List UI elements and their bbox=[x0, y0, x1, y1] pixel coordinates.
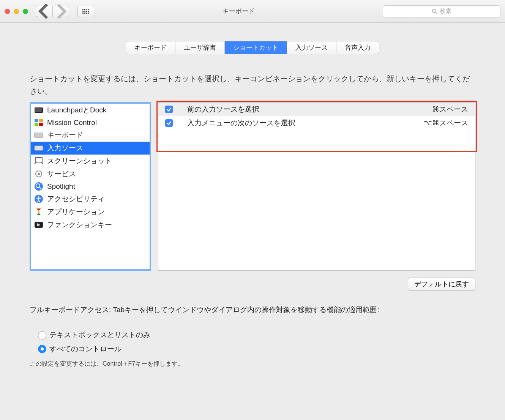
shortcut-list[interactable]: 前の入力ソースを選択 ⌘スペース 入力メニューの次のソースを選択 ⌥⌘スペース bbox=[158, 102, 475, 271]
check-icon bbox=[166, 107, 172, 112]
category-label: キーボード bbox=[47, 130, 83, 140]
keyboard-icon bbox=[34, 144, 43, 153]
traffic-lights bbox=[5, 9, 28, 14]
category-label: LaunchpadとDock bbox=[47, 105, 106, 115]
instruction-text: ショートカットを変更するには、ショートカットを選択し、キーコンビネーションをクリ… bbox=[30, 73, 475, 98]
radio-all-controls[interactable]: すべてのコントロール bbox=[38, 343, 475, 355]
radio-button[interactable] bbox=[38, 345, 46, 353]
full-keyboard-access-label: フルキーボードアクセス: Tabキーを押してウインドウやダイアログ内の操作対象を… bbox=[30, 304, 475, 316]
radio-label: すべてのコントロール bbox=[49, 343, 122, 355]
category-label: サービス bbox=[47, 169, 76, 179]
category-screenshots[interactable]: スクリーンショット bbox=[31, 155, 150, 167]
grid-icon bbox=[82, 9, 89, 14]
category-services[interactable]: サービス bbox=[31, 167, 150, 180]
svg-point-17 bbox=[38, 196, 39, 198]
chevron-right-icon bbox=[53, 3, 69, 19]
screenshot-icon bbox=[34, 156, 43, 166]
show-all-button[interactable] bbox=[77, 6, 94, 17]
category-accessibility[interactable]: アクセシビリティ bbox=[31, 193, 150, 205]
radio-label: テキストボックスとリストのみ bbox=[49, 329, 150, 341]
nav-buttons bbox=[36, 6, 69, 17]
tabs-container: キーボード ユーザ辞書 ショートカット 入力ソース 音声入力 bbox=[0, 41, 505, 54]
tab-keyboard[interactable]: キーボード bbox=[126, 41, 175, 54]
zoom-window-button[interactable] bbox=[23, 9, 28, 14]
category-input-sources[interactable]: 入力ソース bbox=[31, 142, 150, 155]
svg-rect-9 bbox=[35, 146, 43, 150]
gear-icon bbox=[34, 169, 43, 178]
svg-line-1 bbox=[436, 12, 437, 14]
category-app-shortcuts[interactable]: アプリケーション bbox=[31, 205, 150, 218]
tab-shortcuts[interactable]: ショートカット bbox=[225, 41, 287, 54]
forward-button[interactable] bbox=[52, 6, 69, 17]
app-shortcuts-icon bbox=[34, 207, 43, 216]
svg-point-0 bbox=[432, 9, 436, 13]
search-placeholder: 検索 bbox=[440, 8, 451, 15]
svg-rect-18 bbox=[38, 210, 39, 213]
full-keyboard-access-radio-group: テキストボックスとリストのみ すべてのコントロール bbox=[38, 329, 475, 355]
shortcut-checkbox[interactable] bbox=[165, 106, 173, 113]
category-label: Spotlight bbox=[47, 182, 75, 191]
svg-point-12 bbox=[38, 173, 40, 175]
tab-bar: キーボード ユーザ辞書 ショートカット 入力ソース 音声入力 bbox=[126, 41, 379, 54]
category-list[interactable]: LaunchpadとDock Mission Control キーボード 入力ソ… bbox=[30, 102, 151, 271]
svg-rect-8 bbox=[35, 133, 43, 137]
close-window-button[interactable] bbox=[5, 9, 10, 14]
category-launchpad-dock[interactable]: LaunchpadとDock bbox=[31, 104, 150, 117]
svg-rect-6 bbox=[35, 123, 38, 126]
svg-point-13 bbox=[35, 182, 43, 191]
tab-text[interactable]: ユーザ辞書 bbox=[175, 41, 225, 54]
category-label: Mission Control bbox=[47, 118, 97, 127]
shortcut-label: 前の入力ソースを選択 bbox=[187, 104, 432, 114]
category-label: アプリケーション bbox=[47, 207, 105, 217]
window-title: キーボード bbox=[98, 7, 379, 16]
fn-icon: fn bbox=[34, 220, 43, 229]
category-label: 入力ソース bbox=[47, 143, 83, 153]
chevron-left-icon bbox=[36, 3, 52, 19]
svg-rect-5 bbox=[39, 119, 43, 122]
svg-text:fn: fn bbox=[37, 223, 40, 227]
defaults-row: デフォルトに戻す bbox=[0, 278, 475, 291]
search-field[interactable]: 検索 bbox=[383, 5, 500, 17]
category-label: ファンクションキー bbox=[47, 220, 112, 230]
full-keyboard-access-hint: この設定を変更するには、Control＋F7キーを押します。 bbox=[30, 360, 475, 368]
launchpad-icon bbox=[34, 106, 43, 115]
svg-rect-3 bbox=[35, 108, 42, 112]
shortcut-row-prev-source[interactable]: 前の入力ソースを選択 ⌘スペース bbox=[158, 103, 475, 116]
mission-control-icon bbox=[34, 118, 43, 127]
window-toolbar: キーボード 検索 bbox=[0, 0, 505, 23]
shortcut-key[interactable]: ⌥⌘スペース bbox=[424, 118, 468, 128]
keyboard-icon bbox=[34, 131, 43, 140]
accessibility-icon bbox=[34, 194, 43, 204]
restore-defaults-button[interactable]: デフォルトに戻す bbox=[408, 278, 475, 291]
shortcut-key[interactable]: ⌘スペース bbox=[432, 104, 468, 114]
category-spotlight[interactable]: Spotlight bbox=[31, 180, 150, 193]
back-button[interactable] bbox=[36, 6, 52, 17]
radio-button[interactable] bbox=[38, 331, 46, 339]
tab-input-sources[interactable]: 入力ソース bbox=[287, 41, 336, 54]
category-label: スクリーンショット bbox=[47, 156, 112, 166]
radio-text-boxes-only[interactable]: テキストボックスとリストのみ bbox=[38, 329, 475, 341]
minimize-window-button[interactable] bbox=[14, 9, 19, 14]
tab-dictation[interactable]: 音声入力 bbox=[336, 41, 379, 54]
category-mission-control[interactable]: Mission Control bbox=[31, 117, 150, 129]
shortcut-row-next-source[interactable]: 入力メニューの次のソースを選択 ⌥⌘スペース bbox=[158, 116, 475, 130]
shortcut-label: 入力メニューの次のソースを選択 bbox=[187, 118, 424, 128]
panels: LaunchpadとDock Mission Control キーボード 入力ソ… bbox=[30, 102, 475, 271]
spotlight-icon bbox=[34, 182, 43, 191]
category-label: アクセシビリティ bbox=[47, 194, 105, 204]
check-icon bbox=[166, 120, 172, 126]
category-keyboard[interactable]: キーボード bbox=[31, 129, 150, 142]
shortcut-checkbox[interactable] bbox=[165, 119, 173, 127]
svg-rect-4 bbox=[35, 119, 38, 122]
svg-rect-7 bbox=[39, 123, 43, 126]
search-icon bbox=[432, 8, 438, 14]
category-function-keys[interactable]: fn ファンクションキー bbox=[31, 218, 150, 231]
